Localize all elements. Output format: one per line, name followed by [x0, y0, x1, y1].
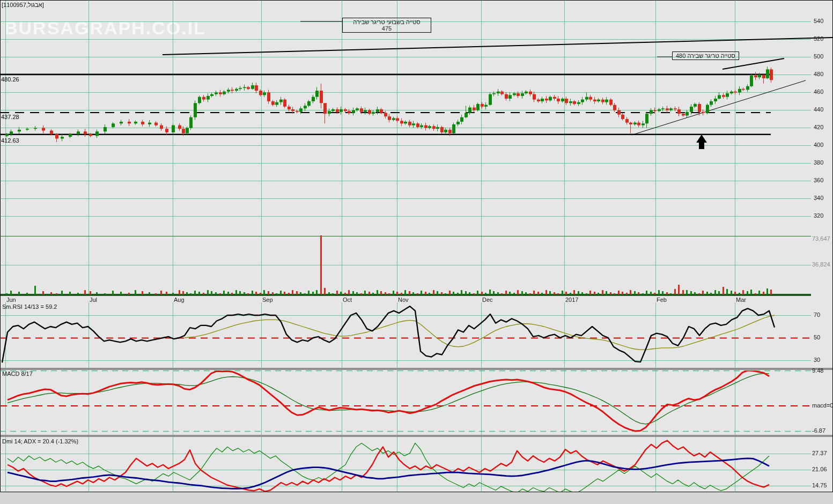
volume-axis-tick: 73,647 — [812, 235, 830, 242]
price-axis-tick: 440 — [814, 106, 823, 113]
chart-window: BURSAGRAPH.CO.IL [1100957,אבגול] סטייה ב… — [0, 0, 833, 504]
price-axis-tick: 380 — [814, 159, 823, 166]
price-axis-tick: 340 — [814, 195, 823, 201]
dmi-axis-tick: 14.75 — [812, 482, 827, 488]
rsi-panel-label: Sm.RSI 14/13 = 59.2 — [2, 303, 57, 310]
x-axis-month-label: Jun — [6, 297, 16, 303]
x-axis-month-label: Feb — [657, 297, 667, 303]
price-axis-tick: 500 — [814, 53, 823, 60]
annotation-box-weekly-trigger[interactable]: סטייה בשבועי טריגר שבירה 475 — [342, 18, 431, 33]
price-axis-tick: 360 — [814, 177, 823, 183]
price-level-label: 480.26 — [1, 76, 19, 83]
dmi-axis-tick: 21.06 — [812, 466, 827, 472]
macd-panel-label: MACD 8/17 — [2, 370, 33, 377]
price-axis-tick: 460 — [814, 88, 823, 95]
price-axis-tick: 420 — [814, 124, 823, 130]
x-axis-month-label: Oct — [343, 297, 352, 303]
annotation-box-trigger-480[interactable]: סטייה טריגר שבירה 480 — [672, 51, 739, 60]
price-axis-tick: 400 — [814, 142, 823, 148]
x-axis-month-label: 2017 — [565, 297, 578, 303]
volume-axis-tick: 36,824 — [812, 261, 830, 268]
rsi-axis-tick: 30 — [814, 357, 820, 363]
price-axis-tick: 320 — [814, 212, 823, 219]
rsi-axis-tick: 70 — [814, 312, 820, 318]
ticker-label: [1100957,אבגול] — [2, 2, 44, 8]
price-level-label: 437.28 — [1, 114, 19, 120]
price-level-label: 412.63 — [1, 137, 19, 144]
macd-axis-tick: macd=0 — [812, 402, 833, 409]
x-axis-month-label: Mar — [736, 297, 746, 303]
x-axis-month-label: Nov — [398, 297, 409, 303]
rsi-axis-tick: 50 — [814, 334, 820, 340]
price-axis-tick: 480 — [814, 71, 823, 77]
x-axis-month-label: Jul — [90, 297, 97, 303]
x-axis-month-label: Sep — [262, 297, 273, 303]
price-axis-tick: 540 — [814, 18, 823, 24]
annotation-box2-text: סטייה טריגר שבירה 480 — [676, 53, 735, 59]
dmi-panel-label: Dmi 14; ADX = 20.4 (-1.32%) — [2, 438, 78, 444]
annotation-box1-value: 475 — [346, 25, 427, 32]
chart-canvas[interactable] — [0, 0, 833, 504]
annotation-box1-text: סטייה בשבועי טריגר שבירה — [346, 19, 427, 25]
dmi-axis-tick: 27.37 — [812, 450, 827, 456]
price-axis-tick: 520 — [814, 35, 823, 42]
x-axis-month-label: Aug — [174, 297, 185, 303]
macd-axis-tick: -6.87 — [812, 427, 825, 434]
macd-axis-tick: 9.48 — [812, 367, 823, 374]
x-axis-month-label: Dec — [482, 297, 493, 303]
